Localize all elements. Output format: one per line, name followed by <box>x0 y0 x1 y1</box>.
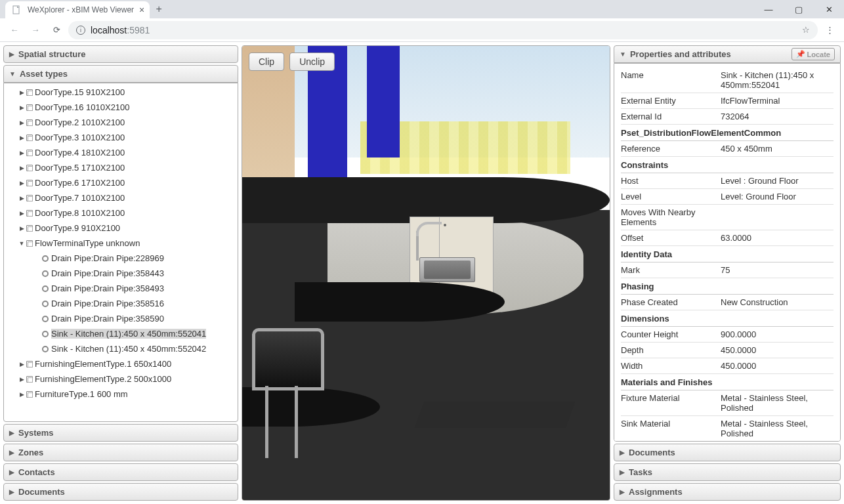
tree-item[interactable]: ▶DoorType.6 1710X2100 <box>4 175 238 190</box>
tree-item-label: FlowTerminalType unknown <box>35 238 140 248</box>
property-key: Reference <box>621 144 721 154</box>
chevron-right-icon[interactable]: ▶ <box>18 180 25 186</box>
chevron-right-icon[interactable]: ▶ <box>18 150 25 156</box>
viewport-3d[interactable]: Clip Unclip <box>242 45 610 501</box>
panel-properties[interactable]: ▼ Properties and attributes 📌 Locate <box>614 45 841 63</box>
chevron-right-icon[interactable]: ▶ <box>18 225 25 232</box>
property-group-header: Materials and Finishes <box>621 374 833 390</box>
chevron-right-icon[interactable]: ▶ <box>18 165 25 171</box>
tree-item-label: DoorType.9 910X2100 <box>35 223 120 233</box>
panel-zones[interactable]: ▶Zones <box>3 444 238 461</box>
panel-systems[interactable]: ▶Systems <box>3 424 238 442</box>
asset-types-tree[interactable]: ▶DoorType.15 910X2100▶DoorType.16 1010X2… <box>3 83 238 422</box>
chevron-right-icon[interactable]: ▶ <box>18 104 25 111</box>
tree-item[interactable]: Drain Pipe:Drain Pipe:228969 <box>4 251 238 266</box>
chevron-down-icon[interactable]: ▼ <box>18 240 25 247</box>
chevron-right-icon: ▶ <box>9 51 14 58</box>
property-group-header: Identity Data <box>621 246 833 262</box>
app-root: ▶ Spatial structure ▼ Asset types ▶DoorT… <box>0 42 844 504</box>
panel-spatial-structure[interactable]: ▶ Spatial structure <box>3 45 238 63</box>
property-key: External Entity <box>621 96 721 106</box>
tree-item[interactable]: ▶DoorType.5 1710X2100 <box>4 160 238 175</box>
tree-item[interactable]: Drain Pipe:Drain Pipe:358516 <box>4 296 238 311</box>
tree-item[interactable]: ▶DoorType.8 1010X2100 <box>4 205 238 220</box>
panel-documents-right[interactable]: ▶Documents <box>614 444 841 461</box>
chevron-right-icon[interactable]: ▶ <box>18 195 25 201</box>
property-row: HostLevel : Ground Floor <box>621 173 833 189</box>
chevron-right-icon[interactable]: ▶ <box>18 376 25 383</box>
site-info-icon[interactable]: i <box>76 26 85 35</box>
unclip-button[interactable]: Unclip <box>289 52 335 71</box>
panel-assignments[interactable]: ▶Assignments <box>614 483 841 501</box>
tree-item-label: Sink - Kitchen (11):450 x 450mm:552042 <box>51 344 206 354</box>
panel-documents-left[interactable]: ▶Documents <box>3 483 238 501</box>
maximize-button[interactable]: ▢ <box>784 0 814 18</box>
tree-item[interactable]: ▶DoorType.2 1010X2100 <box>4 115 238 130</box>
back-button[interactable]: ← <box>5 21 24 39</box>
menu-button[interactable]: ⋮ <box>820 21 839 39</box>
property-row: Offset63.0000 <box>621 230 833 246</box>
tree-item[interactable]: ▶DoorType.9 910X2100 <box>4 220 238 236</box>
type-icon <box>26 89 33 96</box>
property-key: Offset <box>621 233 721 243</box>
close-window-button[interactable]: ✕ <box>814 0 844 18</box>
clip-button[interactable]: Clip <box>249 52 284 71</box>
property-key: Phase Created <box>621 297 721 307</box>
forward-button[interactable]: → <box>26 21 45 39</box>
chevron-right-icon[interactable]: ▶ <box>18 89 25 96</box>
property-row: Depth450.0000 <box>621 343 833 358</box>
chevron-right-icon[interactable]: ▶ <box>18 135 25 141</box>
locate-button[interactable]: 📌 Locate <box>791 48 835 60</box>
tree-item[interactable]: ▶FurnishingElementType.2 500x1000 <box>4 371 238 387</box>
property-group-header: Constraints <box>621 157 833 173</box>
browser-tab[interactable]: WeXplorer - xBIM Web Viewer × <box>5 1 150 18</box>
property-row: Reference450 x 450mm <box>621 141 833 157</box>
chevron-right-icon[interactable]: ▶ <box>18 361 25 368</box>
tree-item[interactable]: ▶DoorType.7 1010X2100 <box>4 190 238 205</box>
tree-item[interactable]: ▶DoorType.15 910X2100 <box>4 85 238 100</box>
star-icon[interactable]: ☆ <box>802 25 810 35</box>
tree-item[interactable]: ▼FlowTerminalType unknown <box>4 236 238 251</box>
panel-asset-types[interactable]: ▼ Asset types <box>3 65 238 83</box>
instance-icon <box>42 346 49 352</box>
properties-body[interactable]: NameSink - Kitchen (11):450 x 450mm:5520… <box>614 63 841 442</box>
tree-item-label: DoorType.2 1010X2100 <box>35 117 125 127</box>
chevron-right-icon[interactable]: ▶ <box>18 210 25 217</box>
property-row: External Id732064 <box>621 109 833 125</box>
type-icon <box>26 361 33 368</box>
browser-tabstrip: WeXplorer - xBIM Web Viewer × + — ▢ ✕ <box>0 0 844 18</box>
chevron-right-icon[interactable]: ▶ <box>18 119 25 126</box>
tree-item[interactable]: Sink - Kitchen (11):450 x 450mm:552042 <box>4 341 238 356</box>
chevron-right-icon[interactable]: ▶ <box>18 391 25 398</box>
property-value: Level: Ground Floor <box>721 192 833 201</box>
tree-item[interactable]: Drain Pipe:Drain Pipe:358493 <box>4 281 238 296</box>
tree-item[interactable]: ▶DoorType.16 1010X2100 <box>4 100 238 115</box>
tree-item[interactable]: ▶DoorType.3 1010X2100 <box>4 130 238 145</box>
panel-contacts[interactable]: ▶Contacts <box>3 463 238 481</box>
window-controls: — ▢ ✕ <box>753 0 844 18</box>
browser-toolbar: ← → ⟳ i localhost:5981 ☆ ⋮ <box>0 18 844 42</box>
property-row: Counter Height900.0000 <box>621 327 833 343</box>
property-value: 450.0000 <box>721 345 833 355</box>
address-bar[interactable]: i localhost:5981 ☆ <box>68 21 818 39</box>
tab-close-icon[interactable]: × <box>139 5 144 15</box>
scene-canvas[interactable] <box>242 46 610 500</box>
tree-item[interactable]: ▶FurnishingElementType.1 650x1400 <box>4 356 238 371</box>
new-tab-button[interactable]: + <box>150 0 168 18</box>
tree-item[interactable]: ▶FurnitureType.1 600 mm <box>4 387 238 402</box>
tree-item[interactable]: Drain Pipe:Drain Pipe:358590 <box>4 311 238 326</box>
tree-item[interactable]: Drain Pipe:Drain Pipe:358443 <box>4 266 238 281</box>
minimize-button[interactable]: — <box>753 0 784 18</box>
chevron-down-icon: ▼ <box>9 70 16 77</box>
tree-item[interactable]: ▶DoorType.4 1810X2100 <box>4 145 238 160</box>
tree-item[interactable]: Sink - Kitchen (11):450 x 450mm:552041 <box>4 326 238 341</box>
chevron-right-icon: ▶ <box>9 449 14 456</box>
panel-tasks[interactable]: ▶Tasks <box>614 463 841 481</box>
instance-icon <box>42 285 49 292</box>
reload-button[interactable]: ⟳ <box>47 21 66 39</box>
panel-title: Spatial structure <box>18 49 86 59</box>
property-value: Metal - Stainless Steel, Polished <box>721 393 833 413</box>
viewport-toolbar: Clip Unclip <box>249 52 335 71</box>
property-key: Depth <box>621 345 721 355</box>
property-row: Width450.0000 <box>621 358 833 374</box>
